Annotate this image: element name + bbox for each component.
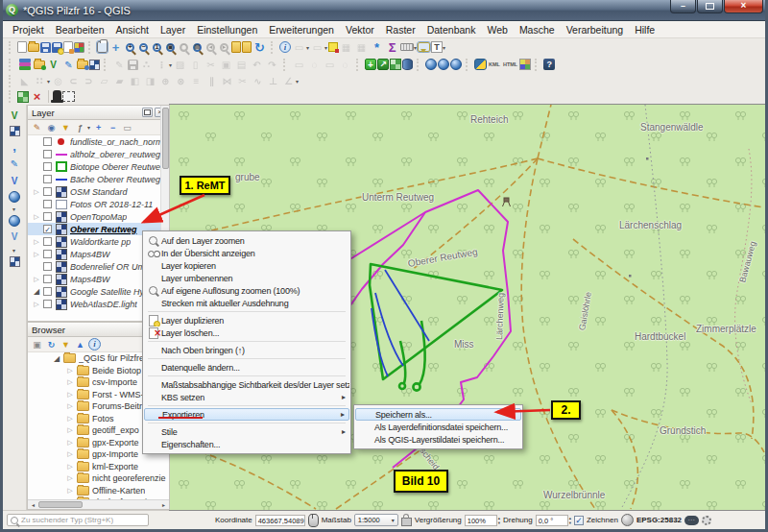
context-menu-item[interactable]: Auf den Layer zoomen xyxy=(144,234,349,247)
crs-globe-icon[interactable] xyxy=(621,514,634,526)
add-virtual-layer-icon[interactable] xyxy=(89,60,100,70)
add-wms-vt-icon[interactable] xyxy=(9,191,20,203)
add-wms-layer-icon[interactable] xyxy=(77,60,88,69)
layer-checkbox[interactable]: ✓ xyxy=(43,225,52,233)
submenu-item[interactable]: Als QGIS-Layerstildatei speichern... xyxy=(355,433,521,446)
expand-arrow-icon[interactable]: ▷ xyxy=(66,474,74,482)
spinner-arrows-icon[interactable]: ▴▾ xyxy=(498,516,500,525)
menu-masche[interactable]: Masche xyxy=(514,23,561,36)
show-bookmarks-icon[interactable] xyxy=(242,41,252,53)
zoom-to-layer-icon[interactable]: ▤ xyxy=(193,43,202,52)
menu-einstellungen[interactable]: Einstellungen xyxy=(191,23,263,36)
locator-search-input[interactable]: Zu suchender Typ (Strg+K) xyxy=(7,514,149,526)
browser-item[interactable]: ▷kml-Exporte xyxy=(28,461,169,473)
context-menu-item[interactable]: Layer löschen... xyxy=(144,326,349,339)
georeferencer-icon[interactable] xyxy=(17,91,29,103)
layer-item[interactable]: fundliste_or_nach_norm xyxy=(28,135,169,148)
zoom-native-icon[interactable]: 1 xyxy=(153,43,161,52)
text-annotation-icon[interactable]: T xyxy=(431,41,443,53)
context-menu-item[interactable]: KBS setzen▸ xyxy=(144,391,349,403)
menu-ansicht[interactable]: Ansicht xyxy=(109,23,154,36)
add-selected-layer-icon[interactable]: ▣ xyxy=(31,338,43,351)
context-menu-item[interactable]: Layer kopieren xyxy=(144,259,349,272)
render-checkbox[interactable]: ✓ xyxy=(574,516,584,525)
stamp-plugin-icon[interactable] xyxy=(53,90,61,101)
open-project-icon[interactable] xyxy=(28,43,39,52)
layer-checkbox[interactable] xyxy=(43,250,52,258)
identify-features-icon[interactable]: i xyxy=(279,41,291,53)
layer-checkbox[interactable] xyxy=(43,175,52,183)
layer-checkbox[interactable] xyxy=(43,300,52,308)
data-source-manager-icon[interactable] xyxy=(19,62,31,66)
print-layout-icon[interactable] xyxy=(63,41,73,53)
layer-item[interactable]: ▷OpenTopoMap xyxy=(28,210,169,223)
quickmap-plugin-icon[interactable]: ↗ xyxy=(377,59,389,70)
save-project-icon[interactable] xyxy=(40,42,51,53)
scroll-thumb[interactable] xyxy=(38,501,83,508)
context-menu-item[interactable]: Eigenschaften... xyxy=(144,438,349,450)
zoom-in-icon[interactable]: + xyxy=(126,43,134,52)
layer-item[interactable]: altholz_oberer_reutweg xyxy=(28,148,169,160)
layer-checkbox[interactable] xyxy=(43,262,52,271)
profile-tool-icon[interactable]: × xyxy=(30,89,44,104)
plugin-manager-icon[interactable]: + xyxy=(365,59,376,70)
expand-arrow-icon[interactable]: ▷ xyxy=(66,367,74,375)
expand-arrow-icon[interactable]: ▷ xyxy=(66,402,74,410)
add-arcgis-vt-icon[interactable] xyxy=(10,256,20,267)
remove-layer-icon[interactable]: ▭ xyxy=(121,121,133,133)
zoom-full-icon[interactable]: ▣ xyxy=(166,43,175,52)
add-raster-vt-icon[interactable] xyxy=(10,126,20,136)
menu-erweiterungen[interactable]: Erweiterungen xyxy=(263,23,340,36)
menu-projekt[interactable]: Projekt xyxy=(7,23,50,36)
context-menu-item[interactable]: Datenquelle ändern... xyxy=(144,361,349,374)
zoom-out-icon[interactable]: − xyxy=(139,43,148,52)
context-menu-item[interactable]: Maßstabsabhängige Sichtbarkeit des/der L… xyxy=(144,378,349,391)
cad-tools-icon-caret[interactable]: ▾ xyxy=(47,78,50,85)
add-wfs-vt-icon[interactable]: V xyxy=(8,230,22,244)
expand-arrow-icon[interactable]: ▷ xyxy=(33,238,40,246)
expand-arrow-icon[interactable]: ▷ xyxy=(66,463,74,471)
layer-checkbox[interactable] xyxy=(43,200,52,208)
minimize-button[interactable]: – xyxy=(670,0,696,13)
layer-item[interactable]: Biotope Oberer Reutweg xyxy=(28,160,169,173)
layer-checkbox[interactable] xyxy=(43,162,52,171)
context-menu-item[interactable]: Layer duplizieren xyxy=(144,314,349,326)
add-delimited-text-icon[interactable]: V xyxy=(46,58,60,72)
properties-browser-icon[interactable]: i xyxy=(88,338,101,351)
browser-hscrollbar[interactable]: ◂ ▸ xyxy=(28,499,169,509)
context-menu-item[interactable]: Nach Oben bringen (↑) xyxy=(144,344,349,356)
menu-raster[interactable]: Raster xyxy=(380,23,421,36)
menu-bearbeiten[interactable]: Bearbeiten xyxy=(50,23,110,36)
menu-datenbank[interactable]: Datenbank xyxy=(421,23,482,36)
expand-arrow-icon[interactable]: ▷ xyxy=(33,213,40,221)
rotation-spinner[interactable]: 0,0 ° ▴▾ xyxy=(536,515,571,526)
expand-arrow-icon[interactable]: ▷ xyxy=(66,391,74,399)
add-wfs-vt-icon-caret[interactable]: ▾ xyxy=(12,247,15,254)
filter-browser-icon[interactable]: ▼ xyxy=(60,338,72,351)
spinner-arrows-icon[interactable]: ▴▾ xyxy=(569,516,571,525)
maximize-button[interactable] xyxy=(697,0,723,13)
expand-arrow-icon[interactable]: ▷ xyxy=(33,301,40,308)
coordinate-input[interactable]: 463667,5408974 xyxy=(255,515,305,526)
select-by-form-icon[interactable] xyxy=(328,42,338,52)
osm-plugin-icon[interactable] xyxy=(450,59,462,70)
save-project-as-icon[interactable] xyxy=(52,42,62,53)
lock-icon[interactable] xyxy=(401,518,412,526)
add-wcs-vt-icon[interactable] xyxy=(9,215,20,227)
context-menu-item[interactable]: Strecken mit aktueller Ausdehnung xyxy=(144,297,349,309)
manage-themes-icon[interactable]: ◉ xyxy=(45,121,58,133)
new-bookmark-icon[interactable] xyxy=(231,41,241,53)
expand-arrow-icon[interactable]: ▷ xyxy=(66,439,74,447)
context-menu-item[interactable]: Exportieren▸ xyxy=(144,408,349,421)
expand-arrow-icon[interactable]: ▷ xyxy=(66,426,74,434)
expand-arrow-icon[interactable]: ▷ xyxy=(66,487,74,495)
pan-map-icon[interactable] xyxy=(97,41,108,53)
expand-arrow-icon[interactable]: ▷ xyxy=(33,188,40,196)
db-manager-icon[interactable] xyxy=(402,59,413,70)
tasks-icon[interactable] xyxy=(702,516,711,525)
html-export-icon[interactable]: HTML xyxy=(502,58,518,72)
add-spatialite-layer-icon[interactable]: ✎ xyxy=(61,58,76,72)
web-service-icon[interactable] xyxy=(438,59,449,70)
processing-toolbox-icon[interactable]: * xyxy=(370,40,384,55)
float-panel-button[interactable] xyxy=(142,108,153,117)
